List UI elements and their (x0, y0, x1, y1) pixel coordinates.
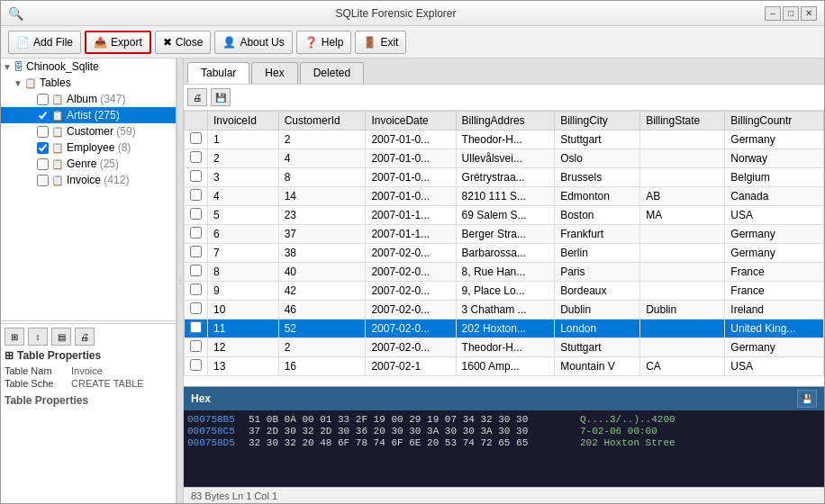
table-toolbar-btn-1[interactable]: 🖨 (187, 88, 207, 106)
tab-bar: Tabular Hex Deleted (184, 58, 824, 85)
tab-deleted[interactable]: Deleted (300, 62, 364, 84)
row-invoiceid: 9 (208, 282, 279, 301)
row-check[interactable] (185, 187, 208, 206)
props-icon-btn-1[interactable]: ⊞ (5, 328, 24, 346)
hex-save-btn[interactable]: 💾 (797, 390, 817, 408)
artist-checkbox[interactable] (37, 110, 49, 122)
minimize-button[interactable]: – (765, 6, 781, 21)
row-state (640, 244, 725, 263)
export-label: Export (111, 36, 142, 49)
panel-divider[interactable]: ⋮ (177, 58, 184, 503)
col-header-billingaddress[interactable]: BillingAddres (456, 112, 555, 130)
close-toolbar-label: Close (176, 36, 204, 49)
row-city: London (555, 320, 640, 338)
tab-tabular[interactable]: Tabular (187, 62, 249, 84)
row-check[interactable] (185, 206, 208, 225)
genre-checkbox[interactable] (37, 158, 49, 170)
invoice-checkbox[interactable] (37, 175, 49, 186)
hex-content[interactable]: 000758B5 51 0B 0A 00 01 33 2F 19 00 29 1… (184, 410, 824, 487)
tables-icon: 📋 (24, 77, 37, 89)
table-row[interactable]: 4 14 2007-01-0... 8210 111 S... Edmonton… (185, 187, 824, 206)
row-state: CA (640, 357, 725, 376)
sidebar-item-employee[interactable]: 📋 Employee (8) (1, 140, 176, 156)
table-row[interactable]: 9 42 2007-02-0... 9, Place Lo... Bordeau… (185, 282, 824, 301)
row-check[interactable] (185, 338, 208, 357)
row-check[interactable] (185, 320, 208, 338)
sidebar-item-customer[interactable]: 📋 Customer (59) (1, 123, 176, 140)
col-header-billingcountry[interactable]: BillingCountr (725, 112, 824, 130)
tab-deleted-label: Deleted (313, 67, 350, 79)
table-row[interactable]: 5 23 2007-01-1... 69 Salem S... Boston M… (185, 206, 824, 225)
table-row[interactable]: 6 37 2007-01-1... Berger Stra... Frankfu… (185, 225, 824, 244)
sidebar-divider (1, 320, 176, 321)
row-check[interactable] (185, 263, 208, 282)
table-row[interactable]: 7 38 2007-02-0... Barbarossa... Berlin G… (185, 244, 824, 263)
close-toolbar-button[interactable]: ✖ Close (155, 31, 212, 54)
table-row[interactable]: 13 16 2007-02-1 1600 Amp... Mountain V C… (185, 357, 824, 376)
about-us-label: About Us (240, 36, 284, 49)
col-header-billingstate[interactable]: BillingState (640, 112, 725, 130)
row-customerid: 40 (278, 263, 366, 282)
hex-title: Hex (191, 392, 211, 405)
row-date: 2007-02-0... (366, 301, 456, 320)
row-customerid: 38 (278, 244, 366, 263)
props-icon-btn-3[interactable]: ▤ (51, 328, 71, 346)
close-button[interactable]: ✕ (801, 6, 817, 21)
row-country: Germany (725, 130, 824, 149)
table-row[interactable]: 3 8 2007-01-0... Grétrystraa... Brussels… (185, 168, 824, 187)
table-row[interactable]: 12 2 2007-02-0... Theodor-H... Stuttgart… (185, 338, 824, 357)
exit-button[interactable]: 🚪 Exit (355, 31, 406, 54)
row-city: Mountain V (555, 357, 640, 376)
add-file-button[interactable]: 📄 Add File (8, 31, 81, 54)
props-row-name: Table Nam Invoice (5, 365, 172, 376)
table-row[interactable]: 8 40 2007-02-0... 8, Rue Han... Paris Fr… (185, 263, 824, 282)
row-check[interactable] (185, 130, 208, 149)
table-row[interactable]: 10 46 2007-02-0... 3 Chatham ... Dublin … (185, 301, 824, 320)
export-button[interactable]: 📤 Export (85, 31, 151, 54)
tab-hex[interactable]: Hex (251, 62, 297, 84)
sidebar-item-tables[interactable]: ▼ 📋 Tables (1, 75, 176, 91)
row-customerid: 4 (278, 149, 366, 168)
db-icon: 🗄 (14, 61, 23, 72)
customer-checkbox[interactable] (37, 126, 49, 138)
maximize-button[interactable]: □ (783, 6, 799, 21)
props-print-btn[interactable]: 🖨 (75, 328, 95, 346)
row-check[interactable] (185, 282, 208, 301)
sidebar-item-invoice[interactable]: 📋 Invoice (412) (1, 172, 176, 188)
row-invoiceid: 3 (208, 168, 279, 187)
toolbar: 📄 Add File 📤 Export ✖ Close 👤 About Us ❓… (1, 26, 824, 58)
row-check[interactable] (185, 225, 208, 244)
title-bar: 🔍 SQLite Forensic Explorer – □ ✕ (1, 1, 824, 26)
props-icon-btn-2[interactable]: ↕ (28, 328, 48, 346)
col-header-invoicedate[interactable]: InvoiceDate (366, 112, 456, 130)
row-check[interactable] (185, 168, 208, 187)
customer-label: Customer (59) (67, 125, 136, 138)
data-table-container[interactable]: InvoiceId CustomerId InvoiceDate Billing… (184, 111, 824, 386)
row-state (640, 320, 725, 338)
row-state (640, 282, 725, 301)
col-header-customerid[interactable]: CustomerId (278, 112, 366, 130)
table-row[interactable]: 1 2 2007-01-0... Theodor-H... Stuttgart … (185, 130, 824, 149)
row-check[interactable] (185, 149, 208, 168)
table-row[interactable]: 2 4 2007-01-0... Ullevålsvei... Oslo Nor… (185, 149, 824, 168)
sidebar-item-genre[interactable]: 📋 Genre (25) (1, 156, 176, 172)
col-header-invoiceid[interactable]: InvoiceId (208, 112, 279, 130)
table-row[interactable]: 11 52 2007-02-0... 202 Hoxton... London … (185, 320, 824, 338)
col-header-billingcity[interactable]: BillingCity (555, 112, 640, 130)
row-city: Boston (555, 206, 640, 225)
row-state (640, 338, 725, 357)
row-address: 1600 Amp... (456, 357, 555, 376)
help-button[interactable]: ❓ Help (296, 31, 352, 54)
row-check[interactable] (185, 244, 208, 263)
sidebar-item-db[interactable]: ▼ 🗄 Chinook_Sqlite (1, 58, 176, 75)
table-toolbar-btn-2[interactable]: 💾 (211, 88, 231, 106)
sidebar-item-album[interactable]: 📋 Album (347) (1, 91, 176, 107)
album-checkbox[interactable] (37, 94, 49, 105)
row-check[interactable] (185, 301, 208, 320)
sidebar-item-artist[interactable]: 📋 Artist (275) (1, 107, 176, 123)
main-window: 🔍 SQLite Forensic Explorer – □ ✕ 📄 Add F… (0, 0, 825, 504)
row-check[interactable] (185, 357, 208, 376)
row-invoiceid: 11 (208, 320, 279, 338)
about-us-button[interactable]: 👤 About Us (214, 31, 292, 54)
employee-checkbox[interactable] (37, 142, 49, 154)
